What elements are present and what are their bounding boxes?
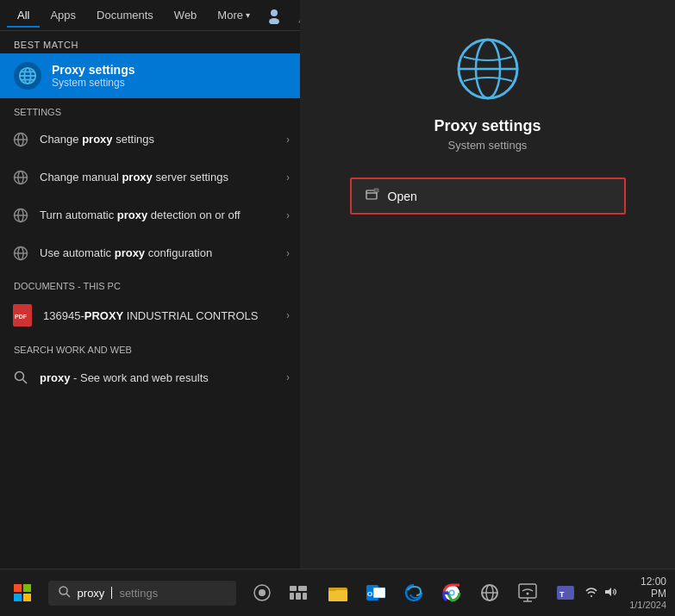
- svg-point-57: [526, 593, 528, 595]
- documents-section-label: Documents - This PC: [0, 272, 300, 295]
- svg-rect-39: [290, 593, 294, 600]
- best-match-item[interactable]: Proxy settings System settings: [0, 53, 300, 98]
- app-big-icon: [453, 34, 522, 103]
- svg-rect-28: [374, 189, 378, 192]
- svg-text:O: O: [367, 590, 372, 598]
- chevron-right-icon-1: ›: [286, 134, 290, 146]
- svg-rect-32: [23, 594, 31, 601]
- globe-icon-3: [10, 205, 31, 226]
- left-panel: All Apps Documents Web More ▾ 👤: [0, 0, 300, 569]
- taskbar-apps: O: [320, 575, 584, 611]
- turn-auto-proxy-text: Turn automatic proxy detection on or off: [40, 208, 278, 223]
- system-time[interactable]: 12:00 PM 1/1/2024: [623, 576, 666, 610]
- svg-line-34: [66, 594, 70, 597]
- tabs-bar: All Apps Documents Web More ▾ 👤: [0, 0, 300, 31]
- search-web-label: Search work and web: [0, 336, 300, 358]
- change-manual-proxy-text: Change manual proxy server settings: [40, 171, 278, 185]
- proxy-settings-icon: [14, 62, 41, 90]
- cortana-button[interactable]: [245, 575, 281, 611]
- tab-documents[interactable]: Documents: [86, 3, 164, 27]
- tab-web[interactable]: Web: [164, 3, 208, 27]
- svg-text:PDF: PDF: [15, 314, 28, 320]
- svg-rect-44: [328, 588, 336, 591]
- svg-rect-41: [303, 593, 307, 600]
- taskbar-search-icon: [59, 586, 71, 600]
- use-auto-proxy-text: Use automatic proxy configuration: [40, 246, 278, 261]
- search-icon: [10, 367, 31, 388]
- globe-icon-4: [10, 243, 31, 264]
- search-web-item[interactable]: proxy - See work and web results ›: [0, 358, 300, 396]
- svg-rect-54: [519, 584, 536, 598]
- change-manual-proxy-item[interactable]: Change manual proxy server settings ›: [0, 159, 300, 196]
- best-match-text: Proxy settings System settings: [52, 63, 135, 89]
- taskbar-search-bar[interactable]: proxysettings: [48, 581, 236, 606]
- chevron-right-icon-web: ›: [286, 371, 290, 383]
- pdf-icon: PDF: [10, 303, 34, 327]
- search-web-text: proxy - See work and web results: [40, 371, 278, 384]
- svg-point-50: [450, 591, 453, 594]
- svg-rect-46: [373, 588, 385, 598]
- svg-rect-37: [290, 586, 297, 591]
- volume-icon[interactable]: [603, 584, 618, 602]
- open-window-icon: [366, 188, 379, 204]
- open-button[interactable]: Open: [352, 179, 624, 213]
- start-button[interactable]: [5, 576, 40, 610]
- svg-point-0: [271, 9, 278, 16]
- vpn-icon[interactable]: [472, 575, 508, 611]
- search-placeholder: settings: [119, 587, 158, 600]
- edge-icon[interactable]: [396, 575, 432, 611]
- app-subtitle: System settings: [448, 139, 528, 152]
- outlook-icon[interactable]: O: [358, 575, 394, 611]
- system-icons: [584, 584, 618, 602]
- chrome-icon[interactable]: [434, 575, 470, 611]
- network-icon[interactable]: [509, 575, 546, 611]
- open-btn-container: Open: [350, 177, 626, 215]
- search-query: proxy: [78, 587, 105, 600]
- file-explorer-icon[interactable]: [320, 575, 356, 611]
- svg-point-60: [591, 595, 592, 597]
- wifi-icon[interactable]: [584, 584, 599, 601]
- globe-icon-1: [10, 129, 31, 150]
- right-panel: Proxy settings System settings Open: [300, 0, 675, 569]
- taskbar: proxysettings: [0, 569, 675, 616]
- app-name: Proxy settings: [434, 117, 541, 135]
- document-text: 136945-PROXY INDUSTRIAL CONTROLS: [43, 309, 278, 322]
- user-avatar[interactable]: [260, 2, 288, 29]
- svg-rect-43: [328, 590, 347, 601]
- tab-more[interactable]: More ▾: [207, 3, 260, 27]
- best-match-label: Best match: [0, 31, 300, 53]
- svg-point-21: [16, 372, 24, 381]
- use-auto-proxy-item[interactable]: Use automatic proxy configuration ›: [0, 234, 300, 272]
- chevron-right-icon-4: ›: [286, 247, 290, 259]
- task-view-button[interactable]: [280, 575, 316, 611]
- svg-point-36: [259, 589, 266, 596]
- open-label: Open: [388, 190, 417, 203]
- system-tray: 12:00 PM 1/1/2024: [584, 576, 675, 610]
- cursor: [111, 587, 112, 599]
- svg-rect-38: [298, 586, 307, 591]
- svg-rect-31: [14, 594, 22, 601]
- svg-text:T: T: [559, 590, 565, 599]
- tab-apps[interactable]: Apps: [40, 3, 86, 27]
- time-display: 12:00 PM: [623, 576, 666, 600]
- globe-icon-2: [10, 167, 31, 188]
- document-item[interactable]: PDF 136945-PROXY INDUSTRIAL CONTROLS ›: [0, 295, 300, 336]
- tab-all[interactable]: All: [7, 3, 40, 27]
- chevron-right-icon-doc: ›: [286, 309, 290, 321]
- svg-rect-40: [296, 593, 301, 600]
- chevron-right-icon-2: ›: [286, 171, 290, 184]
- turn-auto-proxy-item[interactable]: Turn automatic proxy detection on or off…: [0, 196, 300, 234]
- chevron-down-icon: ▾: [246, 10, 250, 20]
- teams-icon[interactable]: T: [547, 575, 584, 611]
- svg-marker-61: [605, 588, 611, 596]
- settings-section-label: Settings: [0, 98, 300, 121]
- change-proxy-settings-text: Change proxy settings: [40, 133, 278, 147]
- chevron-right-icon-3: ›: [286, 209, 290, 221]
- svg-rect-30: [23, 584, 31, 592]
- date-display: 1/1/2024: [623, 600, 666, 610]
- svg-point-1: [269, 18, 279, 24]
- svg-point-33: [59, 587, 67, 594]
- svg-rect-29: [14, 584, 22, 592]
- svg-line-22: [23, 380, 28, 384]
- change-proxy-settings-item[interactable]: Change proxy settings ›: [0, 121, 300, 159]
